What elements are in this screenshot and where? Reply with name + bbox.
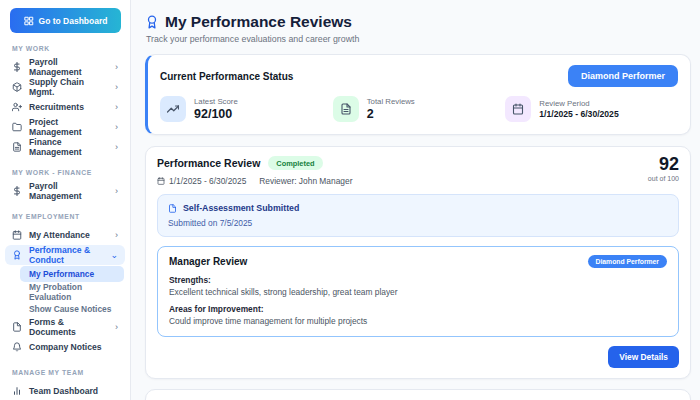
sidebar-subitem-label: My Performance bbox=[29, 269, 94, 279]
sidebar-subitem-label: Show Cause Notices bbox=[29, 304, 111, 314]
sidebar-item-label: Project Management bbox=[29, 117, 108, 137]
sidebar-item-company-notices[interactable]: Company Notices bbox=[0, 337, 130, 357]
sidebar-item-recruitments[interactable]: Recruitments › bbox=[0, 97, 130, 117]
sidebar-item-label: Supply Chain Mgmt. bbox=[29, 77, 108, 97]
chevron-right-icon: › bbox=[115, 103, 118, 112]
chevron-right-icon: › bbox=[115, 323, 118, 332]
stat-total-reviews: Total Reviews 2 bbox=[333, 96, 506, 122]
stat-label: Review Period bbox=[539, 99, 618, 108]
review-period-text: 1/1/2025 - 6/30/2025 bbox=[169, 176, 246, 186]
stat-latest-score: Latest Score 92/100 bbox=[160, 96, 333, 122]
self-assessment-submitted-date: Submitted on 7/5/2025 bbox=[168, 218, 668, 228]
calendar-icon bbox=[505, 96, 531, 122]
status-stats-row: Latest Score 92/100 Total Reviews 2 bbox=[160, 96, 678, 122]
sidebar-item-label: My Attendance bbox=[29, 230, 90, 240]
section-label-my-work: MY WORK bbox=[0, 33, 130, 57]
sidebar: Go to Dashboard MY WORK Payroll Manageme… bbox=[0, 0, 131, 400]
file-icon bbox=[12, 322, 22, 332]
sidebar-item-label: Finance Management bbox=[29, 137, 108, 157]
sidebar-item-finance-management[interactable]: Finance Management › bbox=[0, 137, 130, 157]
award-ribbon-icon bbox=[145, 15, 159, 29]
self-assessment-title: Self-Assessment Submitted bbox=[183, 203, 299, 213]
sidebar-item-label: Team Dashboard bbox=[29, 386, 98, 396]
go-to-dashboard-label: Go to Dashboard bbox=[39, 16, 108, 26]
stat-label: Latest Score bbox=[194, 97, 238, 106]
section-label-my-work-finance: MY WORK - FINANCE bbox=[0, 157, 130, 181]
manager-review-box: Manager Review Diamond Performer Strengt… bbox=[157, 246, 679, 337]
next-review-card-partial bbox=[145, 389, 691, 400]
sidebar-item-label: Forms & Documents bbox=[29, 317, 108, 337]
sidebar-item-label: Performance & Conduct bbox=[29, 245, 103, 265]
award-icon bbox=[12, 250, 22, 260]
chevron-right-icon: › bbox=[115, 187, 118, 196]
main-content: My Performance Reviews Track your perfor… bbox=[131, 0, 700, 400]
sidebar-item-my-attendance[interactable]: My Attendance › bbox=[0, 225, 130, 245]
improvements-label: Areas for Improvement: bbox=[169, 304, 667, 314]
sidebar-item-supply-chain[interactable]: Supply Chain Mgmt. › bbox=[0, 77, 130, 97]
chevron-down-icon: ⌄ bbox=[110, 251, 118, 260]
sidebar-subitem-my-probation-evaluation[interactable]: My Probation Evaluation bbox=[0, 283, 130, 300]
chevron-right-icon: › bbox=[115, 143, 118, 152]
improvements-text: Could improve time management for multip… bbox=[169, 316, 667, 326]
stat-value: 2 bbox=[367, 107, 415, 121]
sidebar-item-performance-conduct[interactable]: Performance & Conduct ⌄ bbox=[5, 245, 125, 265]
score-caption: out of 100 bbox=[648, 175, 679, 182]
stat-review-period: Review Period 1/1/2025 - 6/30/2025 bbox=[505, 96, 678, 122]
sidebar-item-label: Payroll Management bbox=[29, 181, 108, 201]
manager-review-title: Manager Review bbox=[169, 256, 247, 267]
chevron-right-icon: › bbox=[115, 123, 118, 132]
go-to-dashboard-button[interactable]: Go to Dashboard bbox=[10, 8, 121, 33]
diamond-performer-badge[interactable]: Diamond Performer bbox=[568, 65, 678, 87]
sidebar-item-label: Payroll Management bbox=[29, 57, 108, 77]
stat-value: 1/1/2025 - 6/30/2025 bbox=[539, 109, 618, 119]
reviewer-text: Reviewer: John Manager bbox=[259, 176, 352, 186]
strengths-text: Excellent technical skills, strong leade… bbox=[169, 287, 667, 297]
current-performance-status-card: Current Performance Status Diamond Perfo… bbox=[145, 54, 691, 135]
sidebar-subitem-show-cause-notices[interactable]: Show Cause Notices bbox=[0, 300, 130, 317]
review-card-title: Performance Review bbox=[157, 157, 260, 169]
bar-chart-icon bbox=[12, 386, 22, 396]
chevron-right-icon: › bbox=[115, 231, 118, 240]
sidebar-item-team-dashboard[interactable]: Team Dashboard bbox=[0, 381, 130, 400]
trending-up-icon bbox=[160, 96, 186, 122]
status-badge-completed: Completed bbox=[268, 156, 322, 170]
stat-value: 92/100 bbox=[194, 107, 238, 121]
self-assessment-box: Self-Assessment Submitted Submitted on 7… bbox=[157, 194, 679, 237]
sidebar-item-label: Company Notices bbox=[29, 342, 102, 352]
stat-label: Total Reviews bbox=[367, 97, 415, 106]
status-card-title: Current Performance Status bbox=[160, 71, 293, 82]
performance-review-card: Performance Review Completed 92 out of 1… bbox=[145, 146, 691, 379]
sidebar-item-payroll-management[interactable]: Payroll Management › bbox=[0, 57, 130, 77]
file-text-icon bbox=[12, 142, 22, 152]
folder-icon bbox=[12, 122, 22, 132]
section-label-my-employment: MY EMPLOYMENT bbox=[0, 201, 130, 225]
sidebar-subitem-label: My Probation Evaluation bbox=[29, 282, 118, 302]
bell-icon bbox=[12, 342, 22, 352]
chevron-right-icon: › bbox=[115, 63, 118, 72]
strengths-label: Strengths: bbox=[169, 275, 667, 285]
sidebar-item-label: Recruitments bbox=[29, 102, 84, 112]
chevron-right-icon: › bbox=[115, 83, 118, 92]
view-details-button[interactable]: View Details bbox=[608, 346, 679, 368]
dashboard-grid-icon bbox=[24, 16, 34, 26]
page-subtitle: Track your performance evaluations and c… bbox=[146, 34, 691, 44]
app-window: Go to Dashboard MY WORK Payroll Manageme… bbox=[0, 0, 700, 400]
calendar-icon bbox=[12, 230, 22, 240]
file-text-icon bbox=[333, 96, 359, 122]
sidebar-item-forms-documents[interactable]: Forms & Documents › bbox=[0, 317, 130, 337]
sidebar-item-project-management[interactable]: Project Management › bbox=[0, 117, 130, 137]
dollar-icon bbox=[12, 186, 22, 196]
page-header: My Performance Reviews bbox=[145, 10, 691, 31]
sidebar-item-payroll-management-finance[interactable]: Payroll Management › bbox=[0, 181, 130, 201]
package-icon bbox=[12, 82, 22, 92]
calendar-icon bbox=[157, 177, 165, 185]
diamond-performer-badge-small: Diamond Performer bbox=[588, 255, 667, 268]
file-icon bbox=[168, 204, 177, 213]
sidebar-subitem-my-performance[interactable]: My Performance bbox=[20, 266, 124, 282]
section-label-manage-my-team: MANAGE MY TEAM bbox=[0, 357, 130, 381]
score-value: 92 bbox=[648, 155, 679, 173]
dollar-icon bbox=[12, 62, 22, 72]
review-score: 92 out of 100 bbox=[648, 155, 679, 182]
user-plus-icon bbox=[12, 102, 22, 112]
page-title: My Performance Reviews bbox=[165, 13, 352, 31]
